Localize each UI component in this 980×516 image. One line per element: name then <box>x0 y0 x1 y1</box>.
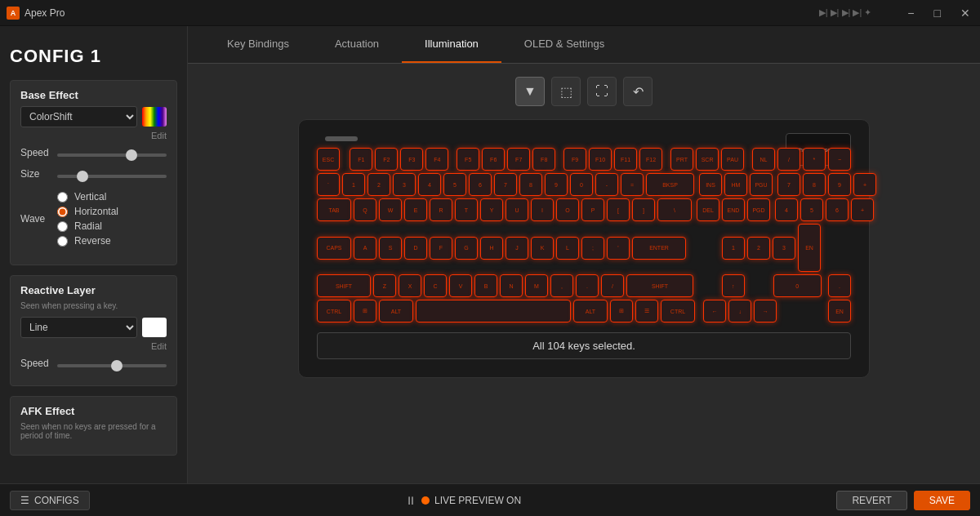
key-y[interactable]: Y <box>480 198 503 221</box>
key-kpend[interactable]: EN <box>828 300 851 322</box>
key-space[interactable] <box>416 300 571 322</box>
window-controls[interactable]: − □ ✕ <box>904 5 973 21</box>
key-rshift[interactable]: SHIFT <box>626 274 693 297</box>
key-k[interactable]: K <box>531 237 554 260</box>
reactive-speed-slider[interactable] <box>57 364 167 367</box>
key-b[interactable]: B <box>474 274 497 297</box>
key-caps[interactable]: CAPS <box>317 237 351 260</box>
key-kp0[interactable]: 0 <box>773 274 822 297</box>
key-kpdot[interactable]: . <box>828 274 851 297</box>
key-kp2[interactable]: 2 <box>747 237 770 260</box>
key-menu[interactable]: ☰ <box>635 300 658 322</box>
key-h[interactable]: H <box>480 237 503 260</box>
key-s[interactable]: S <box>379 237 402 260</box>
configs-button[interactable]: ☰ CONFIGS <box>10 491 90 510</box>
keyboard-keys[interactable]: ESC F1 F2 F3 F4 F5 F6 F7 F8 F9 F10 <box>317 148 851 322</box>
key-o[interactable]: O <box>556 198 579 221</box>
wave-radial-radio[interactable] <box>57 221 68 232</box>
key-ralt[interactable]: ALT <box>573 300 608 322</box>
key-comma[interactable]: , <box>550 274 573 297</box>
key-kp1[interactable]: 1 <box>722 237 745 260</box>
revert-button[interactable]: REVERT <box>836 491 906 510</box>
key-c[interactable]: C <box>424 274 447 297</box>
speed-slider[interactable] <box>57 153 167 157</box>
key-right[interactable]: → <box>754 300 777 322</box>
key-period[interactable]: . <box>576 274 599 297</box>
key-1[interactable]: 1 <box>342 173 365 196</box>
key-j[interactable]: J <box>506 237 528 260</box>
undo-button[interactable]: ↶ <box>623 77 653 106</box>
key-lctrl[interactable]: CTRL <box>317 300 351 322</box>
key-rwin[interactable]: ⊞ <box>610 300 633 322</box>
key-kp6[interactable]: 6 <box>826 198 849 221</box>
base-effect-color-preview[interactable] <box>142 107 167 127</box>
save-button[interactable]: SAVE <box>914 491 970 510</box>
key-5[interactable]: 5 <box>443 173 466 196</box>
key-kp4[interactable]: 4 <box>775 198 798 221</box>
key-x[interactable]: X <box>399 274 421 297</box>
tab-actuation[interactable]: Actuation <box>312 26 402 63</box>
key-8[interactable]: 8 <box>519 173 542 196</box>
key-grave[interactable]: ` <box>317 173 340 196</box>
key-scrlk[interactable]: SCR <box>696 148 719 171</box>
key-9[interactable]: 9 <box>545 173 568 196</box>
tab-illumination[interactable]: Illumination <box>402 26 501 63</box>
wave-vertical-radio[interactable] <box>57 192 68 202</box>
key-d[interactable]: D <box>404 237 427 260</box>
key-q[interactable]: Q <box>354 198 376 221</box>
reactive-effect-select[interactable]: Line <box>20 317 137 338</box>
key-equals[interactable]: = <box>621 173 644 196</box>
key-f3[interactable]: F3 <box>400 148 423 171</box>
key-g[interactable]: G <box>455 237 478 260</box>
key-4[interactable]: 4 <box>418 173 441 196</box>
key-backspace[interactable]: BKSP <box>646 173 694 196</box>
key-kpadd2[interactable]: + <box>851 198 874 221</box>
key-up[interactable]: ↑ <box>722 274 745 297</box>
key-f5[interactable]: F5 <box>457 148 479 171</box>
key-del[interactable]: DEL <box>697 198 719 221</box>
base-effect-select[interactable]: ColorShift <box>20 106 137 127</box>
key-0[interactable]: 0 <box>570 173 593 196</box>
key-v[interactable]: V <box>449 274 472 297</box>
reactive-edit[interactable]: Edit <box>20 341 167 351</box>
key-m[interactable]: M <box>525 274 548 297</box>
key-6[interactable]: 6 <box>469 173 492 196</box>
key-slash[interactable]: / <box>601 274 624 297</box>
key-lalt[interactable]: ALT <box>379 300 413 322</box>
key-pause[interactable]: PAU <box>721 148 744 171</box>
key-t[interactable]: T <box>455 198 478 221</box>
key-kpenter[interactable]: EN <box>798 224 821 272</box>
maximize-button[interactable]: □ <box>931 5 944 21</box>
key-l[interactable]: L <box>556 237 579 260</box>
key-w[interactable]: W <box>379 198 402 221</box>
full-select-button[interactable]: ⛶ <box>587 77 617 106</box>
key-n[interactable]: N <box>500 274 523 297</box>
key-f10[interactable]: F10 <box>589 148 612 171</box>
minimize-button[interactable]: − <box>904 5 917 21</box>
key-f[interactable]: F <box>430 237 452 260</box>
key-tab[interactable]: TAB <box>317 198 351 221</box>
key-f9[interactable]: F9 <box>564 148 586 171</box>
reactive-color-preview[interactable] <box>142 318 167 337</box>
key-a[interactable]: A <box>354 237 376 260</box>
key-f7[interactable]: F7 <box>507 148 530 171</box>
key-lbracket[interactable]: [ <box>607 198 630 221</box>
key-minus[interactable]: - <box>595 173 618 196</box>
key-f1[interactable]: F1 <box>350 148 372 171</box>
wave-horizontal-radio[interactable] <box>57 207 68 217</box>
key-kp3[interactable]: 3 <box>773 237 795 260</box>
key-quote[interactable]: ' <box>607 237 630 260</box>
key-r[interactable]: R <box>430 198 452 221</box>
key-kp5[interactable]: 5 <box>800 198 823 221</box>
key-e[interactable]: E <box>404 198 427 221</box>
wave-reverse-radio[interactable] <box>57 236 68 247</box>
key-kpsub[interactable]: − <box>828 148 851 171</box>
key-enter[interactable]: ENTER <box>632 237 686 260</box>
key-7[interactable]: 7 <box>494 173 517 196</box>
tab-key-bindings[interactable]: Key Bindings <box>204 26 312 63</box>
rect-select-button[interactable]: ⬚ <box>551 77 581 106</box>
key-kp8[interactable]: 8 <box>803 173 826 196</box>
key-f11[interactable]: F11 <box>614 148 637 171</box>
key-lwin[interactable]: ⊞ <box>354 300 376 322</box>
key-f6[interactable]: F6 <box>482 148 505 171</box>
